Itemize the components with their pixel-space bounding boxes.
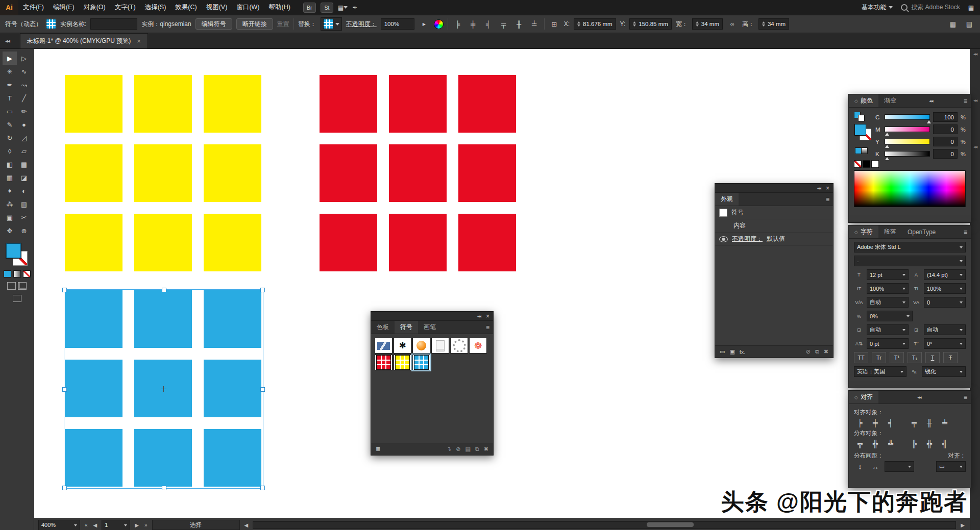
menu-view[interactable]: 视图(V) bbox=[202, 0, 232, 15]
panel-menu-icon[interactable]: ≡ bbox=[482, 321, 493, 334]
perspective-grid-tool[interactable]: ▤ bbox=[17, 158, 31, 171]
screen-mode-button[interactable] bbox=[13, 295, 21, 302]
workspace-switcher[interactable]: 基本功能 bbox=[862, 3, 893, 12]
align-vertical-bottom-icon[interactable]: ╧ bbox=[939, 418, 951, 428]
tab-close-icon[interactable]: × bbox=[137, 37, 141, 45]
leading-select[interactable]: (14.4 pt) bbox=[924, 269, 966, 280]
direct-selection-tool[interactable]: ▷ bbox=[17, 52, 31, 65]
black-value-field[interactable]: 0 bbox=[933, 149, 958, 159]
font-family-select[interactable]: Adobe 宋体 Std L bbox=[854, 242, 966, 253]
slider-thumb[interactable] bbox=[885, 143, 889, 148]
symbol-sprayer-tool[interactable]: ⁂ bbox=[3, 197, 17, 211]
panel-collapse-arrows-icon[interactable]: ◀◀ bbox=[925, 94, 936, 107]
proportional-spacing-select[interactable]: 0% bbox=[867, 311, 913, 321]
stepper-icon[interactable] bbox=[762, 20, 765, 28]
blend-tool[interactable]: ◐ bbox=[17, 184, 31, 197]
curvature-tool[interactable]: ↝ bbox=[17, 78, 31, 91]
yellow-square[interactable] bbox=[204, 144, 261, 202]
visibility-eye-icon[interactable] bbox=[719, 236, 728, 242]
draw-behind-button[interactable] bbox=[18, 282, 27, 290]
font-size-select[interactable]: 12 pt bbox=[867, 269, 909, 280]
tab-brushes[interactable]: 画笔 bbox=[418, 321, 442, 334]
width-tool[interactable]: ◊ bbox=[3, 144, 17, 158]
y-field[interactable]: 150.85 mm bbox=[629, 18, 672, 30]
cyan-square[interactable] bbox=[204, 429, 261, 487]
color-button[interactable] bbox=[4, 270, 11, 277]
cyan-slider[interactable] bbox=[885, 114, 930, 120]
panel-menu-icon[interactable]: ≡ bbox=[960, 94, 971, 107]
pen-tool[interactable]: ✒ bbox=[3, 78, 17, 91]
reference-point-icon[interactable]: ⊞ bbox=[549, 19, 560, 29]
magic-wand-tool[interactable]: ✳ bbox=[3, 65, 17, 78]
tab-align[interactable]: ◇对齐 bbox=[849, 391, 878, 403]
red-square[interactable] bbox=[320, 214, 377, 271]
appearance-row-symbol[interactable]: 符号 bbox=[715, 206, 833, 219]
align-horizontal-left-icon[interactable]: ╞ bbox=[452, 19, 463, 29]
red-grid-symbol[interactable] bbox=[375, 355, 393, 370]
tab-opentype[interactable]: OpenType bbox=[902, 225, 941, 238]
draw-normal-button[interactable] bbox=[7, 282, 16, 290]
cyan-square[interactable] bbox=[65, 290, 122, 348]
horizontal-scrollbar[interactable] bbox=[253, 521, 956, 529]
app-grid-icon[interactable]: ▦ bbox=[968, 4, 974, 11]
arrange-documents-icon[interactable]: ▦ bbox=[338, 4, 348, 11]
align-vertical-top-icon[interactable]: ╤ bbox=[498, 19, 509, 29]
cyan-square[interactable] bbox=[204, 290, 261, 348]
scrollbar-thumb[interactable] bbox=[647, 522, 694, 527]
all-caps-button[interactable]: TT bbox=[854, 352, 868, 363]
color-spectrum[interactable] bbox=[854, 170, 966, 207]
panel-menu-icon[interactable]: ≡ bbox=[822, 193, 833, 206]
white-swatch[interactable] bbox=[871, 160, 879, 168]
gradient-button[interactable] bbox=[13, 270, 21, 277]
align-vertical-center-icon[interactable]: ╫ bbox=[923, 418, 936, 428]
lasso-tool[interactable]: ∿ bbox=[17, 65, 31, 78]
bridge-icon[interactable]: Br bbox=[303, 3, 316, 13]
none-button[interactable] bbox=[23, 270, 31, 277]
black-swatch[interactable] bbox=[863, 160, 870, 168]
type-tool[interactable]: T bbox=[3, 91, 17, 105]
panel-grid-icon[interactable]: ▦ bbox=[947, 19, 959, 29]
height-field[interactable]: 34 mm bbox=[758, 18, 789, 30]
distribute-vertical-center-icon[interactable]: ╬ bbox=[869, 439, 881, 449]
align-vertical-bottom-icon[interactable]: ╧ bbox=[529, 19, 540, 29]
shape-builder-tool[interactable]: ◧ bbox=[3, 158, 17, 171]
line-segment-tool[interactable]: ╱ bbox=[17, 91, 31, 105]
stock-search[interactable]: 搜索 Adobe Stock bbox=[901, 3, 960, 12]
slider-thumb[interactable] bbox=[927, 118, 931, 123]
last-artboard-icon[interactable]: » bbox=[143, 522, 149, 528]
yellow-slider[interactable] bbox=[885, 139, 930, 144]
appearance-row-opacity[interactable]: 不透明度： 默认值 bbox=[715, 233, 833, 246]
magenta-slider[interactable] bbox=[885, 127, 930, 132]
distribute-top-icon[interactable]: ╦ bbox=[854, 439, 866, 449]
new-symbol-icon[interactable]: ⧉ bbox=[475, 446, 479, 452]
tab-gradient[interactable]: 渐变 bbox=[878, 94, 902, 107]
fill-color-swatch[interactable] bbox=[6, 243, 21, 258]
red-square[interactable] bbox=[458, 214, 516, 271]
selection-tool[interactable]: ▶ bbox=[3, 52, 17, 65]
language-select[interactable]: 英语：美国 bbox=[854, 366, 906, 377]
distribute-bottom-icon[interactable]: ╩ bbox=[885, 439, 897, 449]
free-transform-tool[interactable]: ▱ bbox=[17, 144, 31, 158]
break-link-button[interactable]: 断开链接 bbox=[236, 18, 273, 30]
menu-file[interactable]: 文件(F) bbox=[18, 0, 48, 15]
spacing-value-select[interactable] bbox=[885, 461, 914, 472]
yellow-square[interactable] bbox=[134, 214, 192, 271]
yellow-square[interactable] bbox=[65, 214, 122, 271]
stepper-icon[interactable] bbox=[577, 20, 580, 28]
menu-effect[interactable]: 效果(C) bbox=[170, 0, 201, 15]
align-to-select[interactable]: ▭ bbox=[936, 461, 966, 472]
panel-menu-icon[interactable]: ≡ bbox=[960, 225, 971, 238]
collapse-panel-icon[interactable]: ◀◀ bbox=[817, 186, 821, 190]
small-caps-button[interactable]: Tr bbox=[872, 352, 886, 363]
cyan-square[interactable] bbox=[134, 290, 192, 348]
cyan-square[interactable] bbox=[134, 429, 192, 487]
scroll-left-icon[interactable]: ◀ bbox=[243, 522, 250, 528]
distribute-horizontal-center-icon[interactable]: ╬ bbox=[923, 439, 936, 449]
subscript-button[interactable]: T₁ bbox=[908, 352, 922, 363]
swap-fill-stroke-icon[interactable] bbox=[858, 115, 865, 121]
add-fill-icon[interactable]: ▣ bbox=[729, 348, 734, 355]
blob-brush-tool[interactable]: ● bbox=[17, 118, 31, 131]
place-symbol-icon[interactable]: ↴ bbox=[447, 446, 451, 452]
delete-symbol-icon[interactable]: ✖ bbox=[484, 446, 488, 452]
toolbar-collapse-icon[interactable]: ◀◀ bbox=[5, 39, 10, 43]
